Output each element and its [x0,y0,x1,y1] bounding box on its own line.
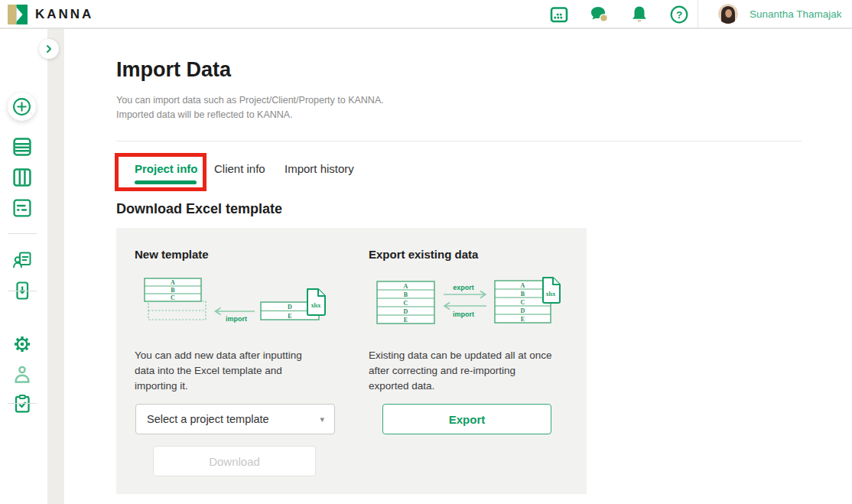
export-existing-illustration: A B C D E export import A B C D E xlsx [369,272,561,326]
chat-icon[interactable] [589,5,609,24]
sidebar-divider [8,233,37,234]
download-button[interactable]: Download [153,446,316,476]
svg-text:import: import [226,315,247,323]
new-template-illustration: A B C import D E xlsx [135,272,327,326]
project-template-select[interactable]: Select a project template ▾ [135,404,335,434]
svg-text:D: D [521,307,525,314]
svg-text:E: E [288,313,291,320]
expand-chevron-icon [44,44,54,54]
sidebar-nav [0,29,47,504]
tab-import-history[interactable]: Import history [285,162,354,175]
user-name[interactable]: Sunantha Thamajak [750,8,842,20]
list-view-icon[interactable] [13,138,31,156]
calendar-icon[interactable] [549,5,569,24]
kanna-logo-icon[interactable] [8,5,28,24]
sidebar-divider [8,291,37,291]
export-existing-description: Existing data can be updated all at once… [369,348,551,394]
svg-text:B: B [171,287,175,294]
client-contact-icon[interactable] [13,251,31,269]
brand-name[interactable]: KANNA [35,7,93,22]
page-title: Import Data [116,58,231,82]
page-description-line: Imported data will be reflected to KANNA… [116,108,384,122]
top-header: KANNA ? Sunantha Thamajak [0,0,852,29]
app-screen: KANNA ? Sunantha Thamajak [0,0,852,504]
svg-text:xlsx: xlsx [311,302,321,309]
project-template-select-value: Select a project template [147,413,269,425]
section-title: Download Excel template [116,201,282,217]
new-template-description: You can add new data after inputting dat… [135,348,302,394]
svg-text:xlsx: xlsx [546,291,556,298]
expand-sidebar-button[interactable] [39,39,59,59]
svg-text:A: A [404,283,408,290]
settings-gear-icon[interactable] [13,335,31,353]
summary-card-icon[interactable] [13,199,31,217]
svg-text:import: import [453,311,474,318]
svg-text:E: E [404,317,408,324]
account-person-icon[interactable] [13,366,31,384]
svg-text:D: D [404,308,408,315]
export-button[interactable]: Export [382,404,551,434]
add-plus-button[interactable] [8,93,36,121]
svg-text:A: A [171,279,175,286]
tasks-clipboard-icon[interactable] [13,395,31,413]
tab-client-info[interactable]: Client info [214,162,265,175]
active-tab-underline [135,180,197,184]
page-description: You can import data such as Project/Clie… [116,93,384,122]
svg-text:C: C [521,299,525,306]
notifications-bell-icon[interactable] [629,5,649,24]
svg-text:E: E [521,316,525,323]
tab-project-info[interactable]: Project info [135,162,198,175]
svg-text:C: C [404,300,408,307]
add-plus-icon [12,97,31,116]
main-content: Import Data You can import data such as … [64,29,852,504]
svg-text:C: C [171,294,175,301]
download-template-panel: New template A B C import D E xlsx [116,228,587,494]
help-icon[interactable]: ? [669,5,689,24]
svg-text:B: B [521,291,525,298]
board-view-icon[interactable] [13,168,31,187]
sidebar-divider [8,403,37,404]
header-divider [698,0,698,28]
avatar[interactable] [718,4,738,24]
export-existing-title: Export existing data [369,248,478,261]
collapsed-panel-gutter [47,29,64,504]
page-description-line: You can import data such as Project/Clie… [116,93,384,108]
svg-text:?: ? [676,9,682,21]
svg-text:A: A [521,282,525,289]
chevron-down-icon: ▾ [320,415,324,424]
content-divider [116,141,802,141]
svg-text:D: D [288,304,292,311]
new-template-title: New template [135,248,209,261]
svg-text:export: export [453,284,474,291]
svg-text:B: B [404,291,408,298]
